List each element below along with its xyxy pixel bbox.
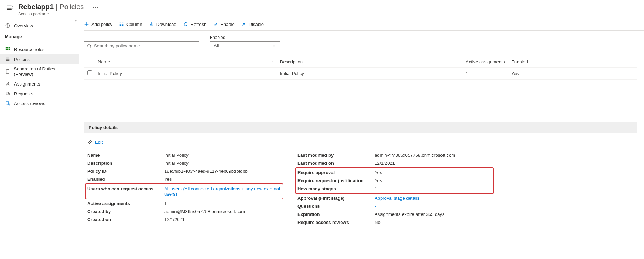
detail-questions[interactable]: -	[375, 204, 494, 209]
person-icon	[5, 81, 11, 87]
svg-rect-9	[9, 47, 10, 49]
sidebar-item-access-reviews[interactable]: Access reviews	[0, 98, 79, 108]
page-subtitle: Access package	[18, 12, 98, 16]
download-button[interactable]: Download	[149, 21, 177, 27]
sidebar-item-label: Overview	[14, 23, 33, 28]
detail-description: Initial Policy	[164, 161, 283, 166]
sidebar-item-separation[interactable]: Separation of Duties (Preview)	[0, 64, 79, 79]
policy-details-header: Policy details	[84, 122, 637, 133]
sidebar-section-manage: Manage	[0, 30, 79, 41]
sort-icon[interactable]: ↑↓	[271, 60, 275, 64]
enabled-filter-label: Enabled	[210, 35, 280, 40]
svg-rect-10	[6, 49, 7, 50]
collapse-sidebar-button[interactable]: «	[74, 19, 77, 23]
filters-row: Enabled All	[84, 31, 644, 56]
sidebar-item-assignments[interactable]: Assignments	[0, 79, 79, 89]
requests-icon	[5, 91, 11, 96]
svg-point-36	[88, 44, 91, 47]
detail-require-approval: Yes	[375, 170, 492, 175]
detail-modified-by: admin@M365x057758.onmicrosoft.com	[375, 152, 494, 158]
toolbar: Add policy Column Download Refresh Enabl…	[84, 19, 644, 31]
policy-details-body: Edit NameInitial Policy DescriptionIniti…	[84, 133, 637, 231]
svg-rect-11	[7, 49, 8, 50]
sidebar-item-label: Requests	[14, 91, 33, 96]
add-policy-button[interactable]: Add policy	[84, 21, 112, 27]
refresh-button[interactable]: Refresh	[183, 21, 207, 27]
svg-point-6	[7, 25, 8, 25]
sidebar-item-requests[interactable]: Requests	[0, 89, 79, 98]
grid-icon	[5, 47, 11, 52]
svg-rect-16	[6, 70, 9, 74]
detail-created-by: admin@M365x057758.onmicrosoft.com	[164, 209, 283, 214]
columns-icon	[119, 21, 124, 27]
detail-expiration: Assignments expire after 365 days	[375, 212, 494, 217]
divider	[5, 43, 74, 43]
sidebar-item-label: Policies	[14, 57, 30, 62]
page-header: Rebelapp1 | Policies ⋯ Access package	[0, 0, 644, 19]
table-header: Name ↑↓ Description Active assignments E…	[84, 56, 637, 68]
enable-button[interactable]: Enable	[213, 21, 234, 27]
col-header-enabled[interactable]: Enabled	[511, 59, 546, 64]
sidebar-item-label: Separation of Duties (Preview)	[14, 66, 74, 77]
svg-line-37	[90, 47, 91, 48]
check-icon	[213, 21, 218, 27]
sidebar-item-overview[interactable]: Overview	[0, 21, 79, 30]
details-right-column: Last modified byadmin@M365x057758.onmicr…	[297, 151, 494, 226]
svg-rect-8	[7, 47, 8, 49]
review-icon	[5, 101, 11, 106]
page-title: Rebelapp1 | Policies ⋯	[18, 3, 98, 11]
refresh-icon	[183, 21, 189, 27]
x-icon	[241, 21, 247, 27]
access-package-icon	[5, 3, 15, 13]
detail-stages: 1	[375, 186, 492, 191]
cell-description: Initial Policy	[280, 71, 466, 76]
svg-line-23	[9, 105, 10, 105]
svg-rect-12	[9, 49, 10, 50]
cell-name: Initial Policy	[98, 71, 280, 76]
detail-enabled: Yes	[164, 177, 283, 182]
sidebar-item-resource-roles[interactable]: Resource roles	[0, 45, 79, 54]
more-actions-button[interactable]: ⋯	[92, 3, 98, 11]
col-header-description[interactable]: Description	[280, 59, 466, 64]
detail-access-reviews: No	[375, 220, 494, 225]
highlight-users-row: Users who can request accessAll users (A…	[85, 183, 283, 199]
sidebar: « Overview Manage Resource roles Policie…	[0, 19, 79, 257]
detail-require-justification: Yes	[375, 178, 492, 183]
enabled-filter-dropdown[interactable]: All	[210, 41, 280, 50]
edit-button[interactable]: Edit	[87, 139, 634, 145]
sidebar-item-label: Access reviews	[14, 101, 46, 106]
plus-icon	[84, 21, 89, 27]
svg-rect-7	[6, 47, 7, 49]
disable-button[interactable]: Disable	[241, 21, 264, 27]
sidebar-item-label: Resource roles	[14, 47, 44, 52]
detail-created-on: 12/1/2021	[164, 217, 283, 222]
clipboard-icon	[5, 69, 11, 74]
policies-table: Name ↑↓ Description Active assignments E…	[84, 56, 637, 80]
info-icon	[5, 23, 11, 28]
sidebar-item-policies[interactable]: Policies	[0, 54, 79, 64]
search-input[interactable]	[84, 41, 199, 50]
row-checkbox[interactable]	[87, 70, 92, 75]
svg-point-18	[7, 82, 8, 84]
list-icon	[5, 56, 11, 62]
col-header-active[interactable]: Active assignments	[466, 59, 511, 64]
detail-name: Initial Policy	[164, 152, 283, 158]
cell-active: 1	[466, 71, 511, 76]
search-field[interactable]	[94, 43, 196, 48]
pencil-icon	[87, 140, 92, 145]
svg-rect-21	[6, 102, 9, 105]
column-button[interactable]: Column	[119, 21, 142, 27]
detail-modified-on: 12/1/2021	[375, 161, 494, 166]
detail-users-link[interactable]: All users (All connected organizations +…	[164, 186, 281, 197]
sidebar-item-label: Assignments	[14, 81, 40, 87]
highlight-approval-rows: Require approvalYes Require requestor ju…	[295, 167, 494, 194]
download-icon	[149, 21, 154, 27]
table-row[interactable]: Initial Policy Initial Policy 1 Yes	[84, 68, 637, 80]
col-header-name[interactable]: Name	[98, 59, 110, 64]
details-left-column: NameInitial Policy DescriptionInitial Po…	[87, 151, 283, 226]
cell-enabled: Yes	[511, 71, 546, 76]
chevron-down-icon	[272, 44, 276, 48]
detail-policy-id: 18e5f9b1-403f-4aed-9117-4eb69bdbfdbb	[164, 169, 283, 174]
detail-approval-stage-link[interactable]: Approval stage details	[375, 196, 494, 201]
main-content: Add policy Column Download Refresh Enabl…	[79, 19, 644, 257]
